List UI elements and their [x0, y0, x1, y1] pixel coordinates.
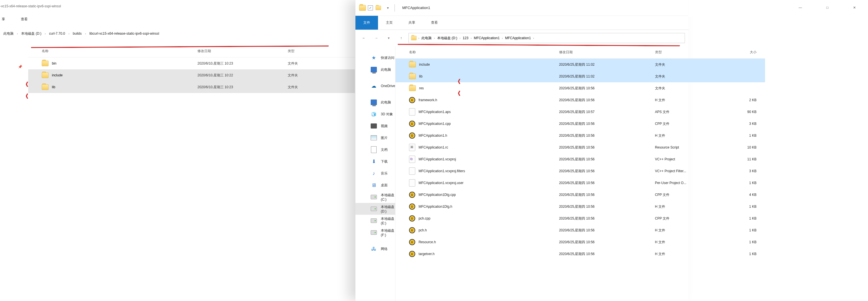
- col-date[interactable]: 修改日期: [559, 50, 655, 55]
- breadcrumb-thispc[interactable]: 此电脑: [420, 36, 433, 41]
- col-type[interactable]: 类型: [655, 50, 725, 55]
- file-type: 文件夹: [288, 61, 333, 66]
- recent-dropdown[interactable]: ▾: [384, 33, 394, 43]
- breadcrumb-mfcapp1[interactable]: MFCApplication1: [473, 36, 501, 40]
- back-button[interactable]: ←: [359, 33, 369, 43]
- folder-icon: [409, 73, 416, 79]
- table-row[interactable]: UMFCApplication1.h2020/6/25,星期四 10:56H 文…: [396, 130, 765, 141]
- nav-desktop[interactable]: 🖥桌面: [355, 179, 395, 191]
- breadcrumb-curl[interactable]: curl-7.70.0: [48, 30, 67, 37]
- ribbon-tab-home[interactable]: 主页: [378, 16, 401, 30]
- table-row[interactable]: MFCApplication1.rc2020/6/25,星期四 10:56Res…: [396, 141, 765, 153]
- table-row[interactable]: lib2020/6/10,星期三 10:23文件夹: [28, 81, 355, 93]
- file-size: 3 KB: [725, 169, 765, 173]
- nav-quick-access[interactable]: ★快速访问: [355, 52, 395, 64]
- table-row[interactable]: include2020/6/25,星期四 11:02文件夹: [396, 59, 765, 70]
- vcxproj-icon: [409, 156, 415, 163]
- table-row[interactable]: res2020/6/25,星期四 10:56文件夹: [396, 82, 765, 94]
- breadcrumb-libcurl[interactable]: libcurl-vc15-x64-release-static-ipv6-ssp…: [88, 30, 161, 37]
- network-icon: 🖧: [371, 246, 377, 252]
- nav-pictures[interactable]: 图片: [355, 132, 395, 144]
- drive-icon: [371, 206, 377, 212]
- qat-overflow-icon[interactable]: ▾: [384, 4, 392, 12]
- table-row[interactable]: MFCApplication1.vcxproj.user2020/6/25,星期…: [396, 177, 765, 189]
- file-type: APS 文件: [655, 110, 725, 114]
- file-name: MFCApplication1.vcxproj: [418, 157, 456, 161]
- minimize-button[interactable]: —: [787, 0, 814, 15]
- file-name: Resource.h: [418, 240, 436, 244]
- picture-icon: [371, 135, 377, 141]
- breadcrumb-mfcapp1-inner[interactable]: MFCApplication1: [504, 36, 532, 40]
- nav-drive-e[interactable]: 本地磁盘 (E:): [355, 215, 395, 227]
- column-headers[interactable]: 名称 修改日期 类型: [28, 45, 355, 58]
- nav-music[interactable]: ♪音乐: [355, 167, 395, 179]
- file-type: CPP 文件: [655, 216, 725, 221]
- left-explorer-window: -vc15-x64-release-static-ipv6-sspi-winss…: [0, 0, 355, 301]
- nav-drive-f[interactable]: 本地磁盘 (F:): [355, 227, 395, 238]
- close-button[interactable]: ✕: [841, 0, 868, 15]
- table-row[interactable]: include2020/6/10,星期三 10:22文件夹: [28, 69, 355, 81]
- table-row[interactable]: Uframework.h2020/6/25,星期四 10:56H 文件2 KB: [396, 94, 765, 106]
- table-row[interactable]: Upch.h2020/6/25,星期四 10:56H 文件1 KB: [396, 224, 765, 236]
- chevron-right-icon: ›: [533, 37, 534, 40]
- col-name[interactable]: 名称: [396, 50, 559, 55]
- table-row[interactable]: MFCApplication1.vcxproj2020/6/25,星期四 10:…: [396, 153, 765, 165]
- maximize-button[interactable]: □: [814, 0, 841, 15]
- ribbon-tab-view[interactable]: 查看: [423, 16, 446, 30]
- folder-small-icon[interactable]: [374, 4, 382, 12]
- breadcrumb-drive-d[interactable]: 本地磁盘 (D:): [20, 30, 43, 37]
- nav-documents[interactable]: 文档: [355, 144, 395, 156]
- table-row[interactable]: bin2020/6/10,星期三 10:23文件夹: [28, 58, 355, 69]
- forward-button[interactable]: →: [371, 33, 381, 43]
- nav-thispc-shortcut[interactable]: 此电脑: [355, 64, 395, 75]
- navigation-pane[interactable]: ★快速访问 此电脑 ☁OneDrive 此电脑 🧊3D 对象 视频 图片 文档 …: [355, 46, 396, 301]
- file-size: 1 KB: [725, 252, 765, 256]
- file-date: 2020/6/25,星期四 10:56: [559, 240, 655, 245]
- rc-file-icon: [409, 144, 415, 151]
- table-row[interactable]: MFCApplication1.vcxproj.filters2020/6/25…: [396, 165, 765, 177]
- breadcrumb-builds[interactable]: builds: [71, 30, 83, 37]
- table-row[interactable]: Upch.cpp2020/6/25,星期四 10:56CPP 文件1 KB: [396, 212, 765, 224]
- breadcrumb-drive-d[interactable]: 本地磁盘 (D:): [436, 36, 458, 41]
- nav-3d-objects[interactable]: 🧊3D 对象: [355, 108, 395, 120]
- breadcrumb-thispc[interactable]: 此电脑: [2, 30, 15, 37]
- address-bar[interactable]: › 此电脑› 本地磁盘 (D:)› 123› MFCApplication1› …: [408, 33, 685, 43]
- window-title-text: -vc15-x64-release-static-ipv6-sspi-winss…: [0, 4, 61, 8]
- file-size: 1 KB: [725, 134, 765, 137]
- ribbon-view[interactable]: 查看: [20, 15, 29, 23]
- ribbon-tab-share[interactable]: 共享: [401, 16, 423, 30]
- col-name[interactable]: 名称: [28, 49, 197, 54]
- col-type[interactable]: 类型: [288, 49, 333, 54]
- checkbox-icon[interactable]: ✓: [368, 5, 373, 10]
- table-row[interactable]: UMFCApplication1.cpp2020/6/25,星期四 10:56C…: [396, 118, 765, 130]
- nav-drive-d[interactable]: 本地磁盘 (D:): [355, 203, 395, 215]
- table-row[interactable]: MFCApplication1.aps2020/6/25,星期四 10:57AP…: [396, 106, 765, 118]
- nav-thispc[interactable]: 此电脑: [355, 96, 395, 108]
- up-button[interactable]: ↑: [396, 33, 406, 43]
- file-type: H 文件: [655, 252, 725, 257]
- table-row[interactable]: UMFCApplication1Dlg.cpp2020/6/25,星期四 10:…: [396, 189, 765, 201]
- breadcrumb[interactable]: 此电脑› 本地磁盘 (D:)› curl-7.70.0› builds› lib…: [0, 26, 355, 41]
- breadcrumb-123[interactable]: 123: [462, 36, 469, 40]
- pin-icon[interactable]: 📌: [18, 65, 22, 69]
- file-type: VC++ Project: [655, 157, 725, 161]
- nav-onedrive[interactable]: ☁OneDrive: [355, 80, 395, 92]
- table-row[interactable]: UResource.h2020/6/25,星期四 10:56H 文件1 KB: [396, 236, 765, 248]
- ribbon-tab-file[interactable]: 文件: [355, 16, 378, 30]
- nav-drive-c[interactable]: 本地磁盘 (C:): [355, 191, 395, 203]
- file-date: 2020/6/25,星期四 10:56: [559, 252, 655, 257]
- folder-icon: [42, 72, 49, 78]
- column-headers[interactable]: 名称 修改日期 类型 大小: [396, 46, 765, 59]
- col-size[interactable]: 大小: [725, 50, 765, 55]
- table-row[interactable]: lib2020/6/25,星期四 11:02文件夹: [396, 70, 765, 82]
- ribbon-share-fragment[interactable]: 享: [1, 15, 6, 23]
- col-date[interactable]: 修改日期: [197, 49, 288, 54]
- nav-downloads[interactable]: ⬇下载: [355, 156, 395, 167]
- nav-videos[interactable]: 视频: [355, 120, 395, 132]
- nav-network[interactable]: 🖧网络: [355, 243, 395, 255]
- file-type: CPP 文件: [655, 193, 725, 197]
- file-name: include: [419, 63, 430, 67]
- table-row[interactable]: Utargetver.h2020/6/25,星期四 10:56H 文件1 KB: [396, 248, 765, 260]
- table-row[interactable]: UMFCApplication1Dlg.h2020/6/25,星期四 10:56…: [396, 201, 765, 212]
- file-type: H 文件: [655, 133, 725, 138]
